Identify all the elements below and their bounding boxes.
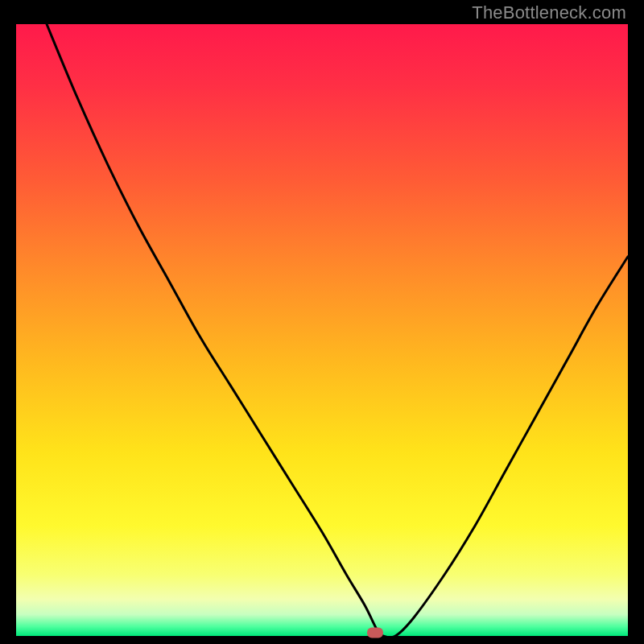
- chart-frame: [16, 24, 628, 636]
- bottleneck-curve: [16, 24, 628, 636]
- watermark-text: TheBottleneck.com: [472, 2, 626, 23]
- current-config-marker: [367, 628, 383, 638]
